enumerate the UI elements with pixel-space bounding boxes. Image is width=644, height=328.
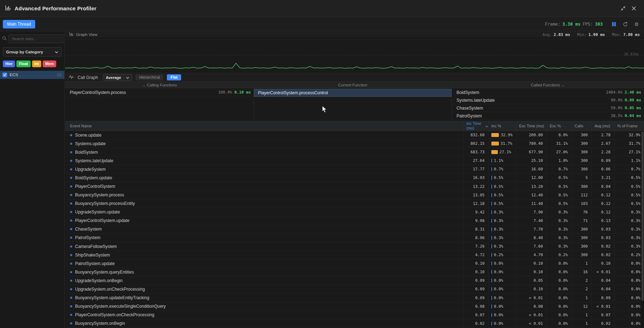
frame-percent-cell: 0.0%	[614, 276, 644, 285]
table-row[interactable]: BuoyancySystem.process13.050.5%12.400.5%…	[65, 191, 644, 200]
table-row[interactable]: BuoyancySystem.updateEntityTracking0.090…	[65, 293, 644, 302]
table-row[interactable]: UpgradeSystem.onBegin0.090.0%0.050.0%20.…	[65, 276, 644, 285]
group-by-select[interactable]: Group by Category	[3, 47, 62, 57]
table-row[interactable]: PlayerControlSystem.onCheckProcessing0.0…	[65, 311, 644, 319]
pause-icon[interactable]	[611, 21, 617, 27]
table-row[interactable]: UpgradeSystem.onCheckProcessing0.090.0%0…	[65, 285, 644, 293]
table-scrollbar[interactable]	[641, 131, 644, 328]
filter-chip-hier[interactable]: Hier	[3, 60, 15, 67]
table-row[interactable]: Systems.update802.1531.7%780.4031.1%3002…	[65, 139, 644, 148]
calling-function-row[interactable]: PlayerControlSystem.process100.0%0.10 ms	[65, 89, 254, 96]
table-row[interactable]: UpgradeSystem17.770.7%16.600.7%3000.060.…	[65, 165, 644, 174]
table-row[interactable]: ShipShakeSystem4.720.2%4.700.2%3000.020.…	[65, 251, 644, 259]
table-row[interactable]: BoidSystem.update16.030.5%12.000.5%53.21…	[65, 174, 644, 182]
inc-percent-value: 0.0%	[494, 304, 503, 309]
event-name: PlayerControlSystem.onCheckProcessing	[75, 312, 154, 317]
inc-percent-bar	[491, 159, 492, 163]
event-name: BuoyancySystem.onBegin	[75, 321, 125, 326]
chevron-down-icon	[55, 50, 58, 54]
sort-chevron-icon	[485, 124, 488, 128]
sidebar-item-ecs[interactable]: ECS (1)	[0, 71, 64, 79]
hierarchical-view-button[interactable]: Hierarchical	[136, 74, 163, 80]
table-row[interactable]: Systems.lateUpdate27.641.1%25.101.0%3000…	[65, 157, 644, 165]
inc-percent-value: 0.5%	[494, 193, 503, 197]
col-header-inc-time-ms-[interactable]: Inc Time (ms)	[463, 121, 488, 131]
calls-cell: 300	[571, 165, 591, 173]
table-row[interactable]: PlayerControlSystem.update9.080.3%7.400.…	[65, 217, 644, 225]
call-graph-mode-select[interactable]: Average	[103, 74, 132, 81]
current-function-row[interactable]: PlayerControlSystem.processControl	[254, 89, 452, 97]
event-name: PatrolSystem	[75, 235, 100, 240]
event-bullet-icon	[70, 263, 72, 265]
inc-percent-cell: 0.0%	[488, 259, 516, 268]
frame-percent-cell: 0.3%	[614, 208, 644, 216]
col-header-calls[interactable]: Calls	[571, 121, 591, 131]
function-time: 0.04 ms	[625, 113, 641, 118]
flat-view-button[interactable]: Flat	[167, 74, 181, 80]
scrollbar-thumb[interactable]	[642, 132, 644, 301]
exc-percent-cell: 0.0%	[547, 311, 571, 319]
app-chart-icon	[5, 5, 11, 12]
frame-time-graph: 16.67ms	[65, 37, 644, 73]
event-name: BuoyancySystem.executeSingleConditionQue…	[75, 304, 166, 309]
settings-gear-icon[interactable]: ⚙	[633, 21, 640, 27]
frame-value: 3.30 ms	[563, 22, 581, 27]
filter-chips: HierFloatIntMem	[3, 60, 62, 67]
table-row[interactable]: PatrolSystem.update0.100.0%0.100.0%10.10…	[65, 259, 644, 268]
avg-time-cell: 0.09	[591, 293, 614, 302]
col-header-exc-time-ms-[interactable]: Exc Time (ms)	[516, 121, 547, 131]
filter-chip-float[interactable]: Float	[16, 60, 30, 67]
frame-percent-cell: 0.5%	[614, 191, 644, 199]
table-row[interactable]: UpgradeSystem.update9.420.3%7.900.3%760.…	[65, 208, 644, 217]
table-row[interactable]: PlayerControlSystem13.220.5%13.200.5%300…	[65, 182, 644, 191]
called-function-row[interactable]: BoidSystem2484.6%2.48 ms	[452, 89, 644, 96]
frame-label: Frame:	[545, 22, 560, 27]
table-row[interactable]: BuoyancySystem.processEntity12.180.5%11.…	[65, 200, 644, 208]
table-row[interactable]: CameraFollowSystem7.260.3%7.600.3%3000.0…	[65, 242, 644, 251]
inc-percent-bar	[491, 202, 492, 206]
search-input[interactable]	[9, 35, 65, 43]
col-header-event-name[interactable]: Event Name	[65, 121, 463, 131]
exc-percent-cell: 31.1%	[547, 139, 571, 148]
col-header--of-frame[interactable]: % of Frame	[614, 121, 644, 131]
frame-percent-cell: 0.5%	[614, 182, 644, 190]
table-row[interactable]: PatrolSystem8.060.3%8.400.3%3000.030.3%	[65, 234, 644, 242]
event-name: BuoyancySystem.updateEntityTracking	[75, 295, 149, 300]
inc-time-cell: 0.08	[463, 302, 488, 311]
table-row[interactable]: BuoyancySystem.onBegin0.020.0%< 0.010.0%…	[65, 319, 644, 328]
calls-cell: 300	[571, 131, 591, 139]
table-row[interactable]: BoidSystem683.7327.1%677.9027.0%3002.282…	[65, 148, 644, 157]
event-name-cell: PatrolSystem	[65, 234, 463, 242]
inc-percent-cell: 0.2%	[488, 251, 516, 259]
called-function-row[interactable]: ChaseSystem50.0%0.05 ms	[452, 104, 644, 112]
inc-time-cell: 0.09	[463, 276, 488, 285]
fps-label: FPS:	[582, 22, 593, 27]
called-function-row[interactable]: PatrolSystem38.5%0.04 ms	[452, 112, 644, 120]
table-row[interactable]: Scene.update832.6032.9%200.808.0%3002.78…	[65, 131, 644, 139]
table-row[interactable]: BuoyancySystem.queryEntities0.100.0%0.10…	[65, 268, 644, 276]
exc-time-cell: 12.40	[516, 191, 547, 199]
ecs-checkbox[interactable]	[2, 73, 7, 77]
filter-chip-int[interactable]: Int	[32, 60, 42, 67]
thread-toolbar: Main Thread Frame: 3.30 ms FPS: 303 ⚙	[0, 17, 644, 31]
called-function-row[interactable]: Systems.lateUpdate90.0%0.09 ms	[452, 96, 644, 104]
table-row[interactable]: ChaseSystem8.310.3%7.700.3%3000.030.3%	[65, 225, 644, 234]
col-header-label: Event Name	[70, 124, 92, 128]
close-icon[interactable]	[628, 4, 639, 13]
inc-time-cell: 9.08	[463, 217, 488, 225]
inc-percent-cell: 0.5%	[488, 200, 516, 208]
inc-percent-value: 0.7%	[494, 167, 503, 171]
event-name-cell: PatrolSystem.update	[65, 259, 463, 268]
frame-percent-cell: 32.9%	[614, 131, 644, 139]
col-header-avg-ms-[interactable]: Avg (ms)	[591, 121, 614, 131]
table-row[interactable]: BuoyancySystem.executeSingleConditionQue…	[65, 302, 644, 311]
event-name: BuoyancySystem.queryEntities	[75, 270, 134, 275]
event-name-cell: PlayerControlSystem	[65, 182, 463, 190]
main-thread-button[interactable]: Main Thread	[3, 20, 35, 28]
filter-chip-mem[interactable]: Mem	[43, 60, 56, 67]
col-header-exc-[interactable]: Exc %	[547, 121, 571, 131]
col-header-inc-[interactable]: Inc %	[488, 121, 516, 131]
refresh-icon[interactable]	[622, 21, 628, 27]
collapse-window-icon[interactable]	[618, 4, 628, 13]
inc-time-cell: 16.03	[463, 174, 488, 182]
